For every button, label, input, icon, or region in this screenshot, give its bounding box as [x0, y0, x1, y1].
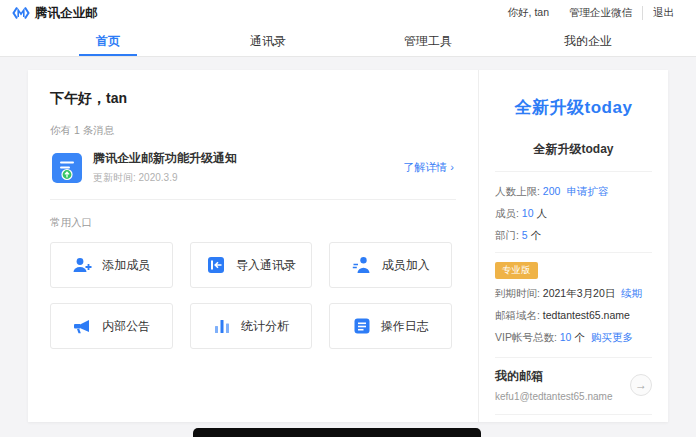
- entry-statistics[interactable]: 统计分析: [190, 303, 313, 349]
- tab-my-company[interactable]: 我的企业: [508, 26, 668, 56]
- right-sidebar: 全新升级today 全新升级today 人数上限: 200申请扩容 成员: 10…: [478, 70, 668, 422]
- entries-title: 常用入口: [50, 216, 456, 230]
- entry-label: 成员加入: [382, 257, 430, 274]
- open-mailbox-button[interactable]: →: [630, 374, 652, 396]
- entry-operation-log[interactable]: 操作日志: [329, 303, 452, 349]
- logout-link[interactable]: 退出: [642, 6, 684, 20]
- message-row: 腾讯企业邮新功能升级通知 更新时间: 2020.3.9 了解详情 ›: [50, 138, 456, 200]
- page-greeting: 下午好，tan: [50, 90, 456, 108]
- my-mailbox-section: 我的邮箱 kefu1@tedtantest65.name →: [495, 358, 652, 415]
- exmail-logo[interactable]: 腾讯企业邮: [12, 5, 98, 22]
- entry-import-contacts[interactable]: 导入通讯录: [190, 242, 313, 288]
- main-card: 下午好，tan 你有 1 条消息 腾讯企业邮新功能升级通知 更新时间: 2020…: [28, 70, 668, 422]
- manage-wework-link[interactable]: 管理企业微信: [559, 6, 642, 20]
- entry-label: 统计分析: [241, 318, 289, 335]
- plan-expire: 到期时间: 2021年3月20日续期: [495, 282, 652, 304]
- org-stats: 人数上限: 200申请扩容 成员: 10 人 部门: 5 个: [495, 172, 652, 253]
- user-greeting: 你好, tan: [498, 6, 559, 20]
- promo-title: 全新升级today: [495, 96, 652, 119]
- add-member-icon: [72, 256, 92, 274]
- buy-more-link[interactable]: 购买更多: [591, 331, 633, 343]
- plan-vip-count: VIP帐号总数: 10 个购买更多: [495, 326, 652, 348]
- plan-info: 专业版 到期时间: 2021年3月20日续期 邮箱域名: tedtantest6…: [495, 253, 652, 358]
- bottom-black-bar: [193, 428, 481, 437]
- promo-subtitle: 全新升级today: [495, 141, 652, 172]
- operation-log-icon: [353, 317, 371, 335]
- tab-home[interactable]: 首页: [28, 26, 188, 56]
- upgrade-notice-icon: [52, 153, 82, 183]
- entries-grid: 添加成员 导入通讯录 成员加入: [50, 242, 452, 349]
- tab-admin-tools[interactable]: 管理工具: [348, 26, 508, 56]
- tab-contacts[interactable]: 通讯录: [188, 26, 348, 56]
- my-mailbox-title: 我的邮箱: [495, 368, 652, 385]
- import-contacts-icon: [206, 256, 226, 274]
- entry-add-member[interactable]: 添加成员: [50, 242, 173, 288]
- stat-members: 成员: 10 人: [495, 202, 652, 224]
- message-text: 腾讯企业邮新功能升级通知 更新时间: 2020.3.9: [93, 150, 237, 185]
- message-count-label: 你有 1 条消息: [50, 124, 456, 138]
- exmail-logo-icon: [12, 6, 30, 20]
- topbar: 腾讯企业邮 你好, tan 管理企业微信 退出: [0, 0, 696, 26]
- entry-member-join[interactable]: 成员加入: [329, 242, 452, 288]
- stat-departments: 部门: 5 个: [495, 224, 652, 246]
- entry-announcement[interactable]: 内部公告: [50, 303, 173, 349]
- topbar-right: 你好, tan 管理企业微信 退出: [498, 6, 684, 20]
- message-detail-link[interactable]: 了解详情 ›: [403, 160, 454, 175]
- announcement-icon: [72, 317, 92, 335]
- my-mailbox-email: kefu1@tedtantest65.name: [495, 391, 652, 402]
- entry-label: 导入通讯录: [236, 257, 296, 274]
- member-join-icon: [352, 256, 372, 274]
- entry-label: 内部公告: [102, 318, 150, 335]
- entry-label: 操作日志: [381, 318, 429, 335]
- main-nav: 首页 通讯录 管理工具 我的企业: [0, 26, 696, 57]
- plan-badge: 专业版: [495, 262, 538, 279]
- renew-link[interactable]: 续期: [621, 287, 642, 299]
- arrow-right-icon: →: [635, 378, 647, 392]
- plan-domain: 邮箱域名: tedtantest65.name: [495, 304, 652, 326]
- logo-text: 腾讯企业邮: [35, 5, 98, 22]
- message-title: 腾讯企业邮新功能升级通知: [93, 150, 237, 167]
- statistics-icon: [213, 317, 231, 335]
- stat-member-limit: 人数上限: 200申请扩容: [495, 180, 652, 202]
- expand-quota-link[interactable]: 申请扩容: [566, 185, 608, 197]
- left-panel: 下午好，tan 你有 1 条消息 腾讯企业邮新功能升级通知 更新时间: 2020…: [28, 70, 478, 422]
- entry-label: 添加成员: [102, 257, 150, 274]
- message-time: 更新时间: 2020.3.9: [93, 171, 237, 185]
